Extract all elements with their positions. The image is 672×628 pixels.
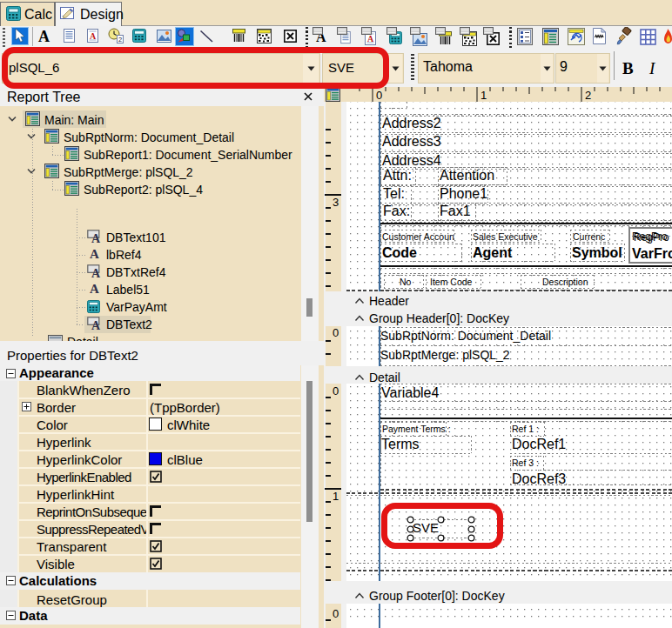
svg-text:2: 2 bbox=[118, 36, 122, 43]
svg-text:A: A bbox=[91, 319, 101, 331]
svg-text:A: A bbox=[367, 34, 374, 43]
svg-text:A: A bbox=[91, 267, 101, 278]
svg-text:A: A bbox=[91, 232, 101, 244]
svg-text:A: A bbox=[90, 31, 97, 41]
